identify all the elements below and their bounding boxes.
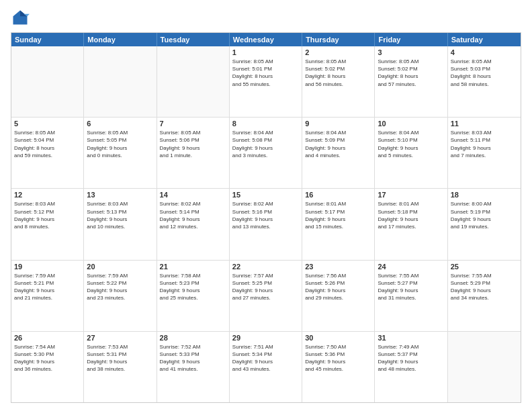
calendar-cell xyxy=(157,46,230,117)
calendar-cell: 25Sunrise: 7:55 AM Sunset: 5:29 PM Dayli… xyxy=(448,261,521,331)
day-info: Sunrise: 8:03 AM Sunset: 5:13 PM Dayligh… xyxy=(87,200,153,230)
weekday-header-saturday: Saturday xyxy=(448,33,521,46)
day-number: 27 xyxy=(87,334,153,342)
day-info: Sunrise: 7:55 AM Sunset: 5:27 PM Dayligh… xyxy=(378,272,444,302)
calendar-cell: 3Sunrise: 8:05 AM Sunset: 5:02 PM Daylig… xyxy=(375,46,447,117)
calendar-week-4: 19Sunrise: 7:59 AM Sunset: 5:21 PM Dayli… xyxy=(11,261,521,332)
calendar-cell: 19Sunrise: 7:59 AM Sunset: 5:21 PM Dayli… xyxy=(11,261,84,331)
day-number: 2 xyxy=(305,48,371,56)
calendar-cell: 13Sunrise: 8:03 AM Sunset: 5:13 PM Dayli… xyxy=(84,189,157,259)
day-info: Sunrise: 8:04 AM Sunset: 5:10 PM Dayligh… xyxy=(378,129,444,159)
day-number: 25 xyxy=(451,263,518,271)
calendar-cell: 23Sunrise: 7:56 AM Sunset: 5:26 PM Dayli… xyxy=(302,261,375,331)
day-info: Sunrise: 8:05 AM Sunset: 5:05 PM Dayligh… xyxy=(87,129,153,159)
day-number: 19 xyxy=(14,263,81,271)
day-info: Sunrise: 8:04 AM Sunset: 5:08 PM Dayligh… xyxy=(232,129,299,159)
calendar-cell: 15Sunrise: 8:02 AM Sunset: 5:16 PM Dayli… xyxy=(230,189,302,259)
day-info: Sunrise: 7:59 AM Sunset: 5:21 PM Dayligh… xyxy=(14,272,81,302)
calendar-week-2: 5Sunrise: 8:05 AM Sunset: 5:04 PM Daylig… xyxy=(11,118,521,189)
calendar-week-5: 26Sunrise: 7:54 AM Sunset: 5:30 PM Dayli… xyxy=(11,332,521,402)
day-info: Sunrise: 8:01 AM Sunset: 5:17 PM Dayligh… xyxy=(305,200,371,230)
day-number: 11 xyxy=(451,120,518,128)
day-number: 17 xyxy=(378,191,444,199)
day-number: 1 xyxy=(232,48,299,56)
day-number: 3 xyxy=(378,48,444,56)
day-number: 10 xyxy=(378,120,444,128)
logo-icon xyxy=(11,8,30,27)
day-number: 14 xyxy=(160,191,226,199)
calendar-cell xyxy=(448,332,521,402)
day-number: 24 xyxy=(378,263,444,271)
day-info: Sunrise: 7:51 AM Sunset: 5:34 PM Dayligh… xyxy=(232,343,299,373)
calendar-week-1: 1Sunrise: 8:05 AM Sunset: 5:01 PM Daylig… xyxy=(11,46,521,118)
day-number: 30 xyxy=(305,334,371,342)
calendar-cell: 9Sunrise: 8:04 AM Sunset: 5:09 PM Daylig… xyxy=(302,118,375,188)
weekday-header-thursday: Thursday xyxy=(302,33,375,46)
day-number: 26 xyxy=(14,334,81,342)
header xyxy=(11,8,521,27)
day-info: Sunrise: 7:59 AM Sunset: 5:22 PM Dayligh… xyxy=(87,272,153,302)
calendar-header-row: SundayMondayTuesdayWednesdayThursdayFrid… xyxy=(11,33,521,46)
day-info: Sunrise: 8:05 AM Sunset: 5:02 PM Dayligh… xyxy=(378,58,444,88)
calendar-cell: 7Sunrise: 8:05 AM Sunset: 5:06 PM Daylig… xyxy=(157,118,230,188)
logo xyxy=(11,8,32,27)
day-info: Sunrise: 7:58 AM Sunset: 5:23 PM Dayligh… xyxy=(160,272,226,302)
day-info: Sunrise: 7:53 AM Sunset: 5:31 PM Dayligh… xyxy=(87,343,153,373)
day-info: Sunrise: 8:02 AM Sunset: 5:16 PM Dayligh… xyxy=(232,200,299,230)
day-info: Sunrise: 7:49 AM Sunset: 5:37 PM Dayligh… xyxy=(378,343,444,373)
calendar-cell: 17Sunrise: 8:01 AM Sunset: 5:18 PM Dayli… xyxy=(375,189,447,259)
day-number: 15 xyxy=(232,191,299,199)
day-number: 31 xyxy=(378,334,444,342)
day-info: Sunrise: 8:00 AM Sunset: 5:19 PM Dayligh… xyxy=(451,200,518,230)
day-number: 21 xyxy=(160,263,226,271)
calendar: SundayMondayTuesdayWednesdayThursdayFrid… xyxy=(11,32,521,403)
calendar-cell: 8Sunrise: 8:04 AM Sunset: 5:08 PM Daylig… xyxy=(230,118,302,188)
calendar-cell: 30Sunrise: 7:50 AM Sunset: 5:36 PM Dayli… xyxy=(302,332,375,402)
calendar-cell: 18Sunrise: 8:00 AM Sunset: 5:19 PM Dayli… xyxy=(448,189,521,259)
day-number: 18 xyxy=(451,191,518,199)
day-info: Sunrise: 7:57 AM Sunset: 5:25 PM Dayligh… xyxy=(232,272,299,302)
calendar-cell: 24Sunrise: 7:55 AM Sunset: 5:27 PM Dayli… xyxy=(375,261,447,331)
day-number: 16 xyxy=(305,191,371,199)
weekday-header-tuesday: Tuesday xyxy=(157,33,230,46)
day-number: 4 xyxy=(451,48,518,56)
day-info: Sunrise: 8:03 AM Sunset: 5:12 PM Dayligh… xyxy=(14,200,81,230)
day-info: Sunrise: 7:52 AM Sunset: 5:33 PM Dayligh… xyxy=(160,343,226,373)
day-number: 23 xyxy=(305,263,371,271)
calendar-cell: 4Sunrise: 8:05 AM Sunset: 5:03 PM Daylig… xyxy=(448,46,521,117)
day-number: 6 xyxy=(87,120,153,128)
day-info: Sunrise: 7:50 AM Sunset: 5:36 PM Dayligh… xyxy=(305,343,371,373)
day-info: Sunrise: 7:55 AM Sunset: 5:29 PM Dayligh… xyxy=(451,272,518,302)
day-number: 20 xyxy=(87,263,153,271)
day-info: Sunrise: 8:05 AM Sunset: 5:06 PM Dayligh… xyxy=(160,129,226,159)
calendar-cell: 5Sunrise: 8:05 AM Sunset: 5:04 PM Daylig… xyxy=(11,118,84,188)
day-info: Sunrise: 8:04 AM Sunset: 5:09 PM Dayligh… xyxy=(305,129,371,159)
calendar-cell: 27Sunrise: 7:53 AM Sunset: 5:31 PM Dayli… xyxy=(84,332,157,402)
day-info: Sunrise: 8:05 AM Sunset: 5:03 PM Dayligh… xyxy=(451,58,518,88)
calendar-cell: 10Sunrise: 8:04 AM Sunset: 5:10 PM Dayli… xyxy=(375,118,447,188)
day-number: 28 xyxy=(160,334,226,342)
calendar-cell: 21Sunrise: 7:58 AM Sunset: 5:23 PM Dayli… xyxy=(157,261,230,331)
day-info: Sunrise: 8:05 AM Sunset: 5:02 PM Dayligh… xyxy=(305,58,371,88)
calendar-cell: 11Sunrise: 8:03 AM Sunset: 5:11 PM Dayli… xyxy=(448,118,521,188)
calendar-cell: 6Sunrise: 8:05 AM Sunset: 5:05 PM Daylig… xyxy=(84,118,157,188)
day-number: 29 xyxy=(232,334,299,342)
calendar-week-3: 12Sunrise: 8:03 AM Sunset: 5:12 PM Dayli… xyxy=(11,189,521,260)
day-number: 8 xyxy=(232,120,299,128)
calendar-cell xyxy=(11,46,84,117)
day-number: 5 xyxy=(14,120,81,128)
day-number: 13 xyxy=(87,191,153,199)
calendar-cell: 26Sunrise: 7:54 AM Sunset: 5:30 PM Dayli… xyxy=(11,332,84,402)
day-info: Sunrise: 7:56 AM Sunset: 5:26 PM Dayligh… xyxy=(305,272,371,302)
weekday-header-friday: Friday xyxy=(375,33,447,46)
calendar-cell: 29Sunrise: 7:51 AM Sunset: 5:34 PM Dayli… xyxy=(230,332,302,402)
calendar-cell: 12Sunrise: 8:03 AM Sunset: 5:12 PM Dayli… xyxy=(11,189,84,259)
weekday-header-monday: Monday xyxy=(84,33,157,46)
day-info: Sunrise: 8:05 AM Sunset: 5:01 PM Dayligh… xyxy=(232,58,299,88)
day-info: Sunrise: 7:54 AM Sunset: 5:30 PM Dayligh… xyxy=(14,343,81,373)
day-info: Sunrise: 8:02 AM Sunset: 5:14 PM Dayligh… xyxy=(160,200,226,230)
calendar-cell: 1Sunrise: 8:05 AM Sunset: 5:01 PM Daylig… xyxy=(230,46,302,117)
calendar-cell: 14Sunrise: 8:02 AM Sunset: 5:14 PM Dayli… xyxy=(157,189,230,259)
calendar-cell: 2Sunrise: 8:05 AM Sunset: 5:02 PM Daylig… xyxy=(302,46,375,117)
weekday-header-sunday: Sunday xyxy=(11,33,84,46)
